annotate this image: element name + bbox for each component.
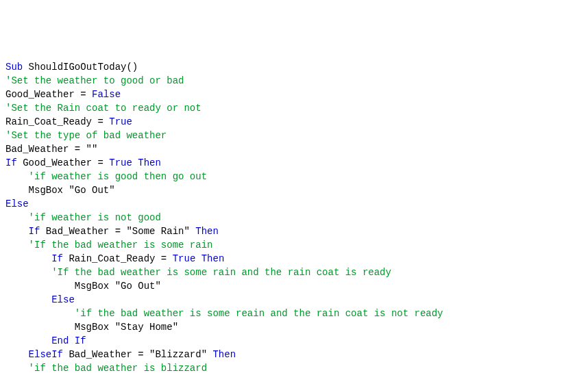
code-token: False — [92, 89, 121, 100]
code-token: Good_Weather = — [17, 157, 109, 168]
code-token: Then — [201, 253, 225, 264]
code-token: Else — [51, 294, 75, 305]
code-line: Bad_Weather = "" — [5, 142, 583, 156]
code-token: Else — [5, 198, 29, 209]
code-token: True — [173, 253, 196, 264]
code-line: 'if the bad weather is blizzard — [5, 361, 583, 373]
code-token — [5, 253, 51, 264]
code-token: If — [75, 335, 86, 346]
code-token: Bad_Weather = "Some Rain" — [40, 226, 195, 237]
code-token: 'if the bad weather is blizzard — [29, 363, 207, 373]
code-token: MsgBox "Go Out" — [5, 185, 115, 196]
code-token: 'if weather is not good — [29, 212, 161, 223]
code-token: 'Set the type of bad weather — [5, 130, 167, 141]
code-line: 'if weather is good then go out — [5, 170, 583, 183]
code-token — [5, 171, 29, 182]
code-token: If — [5, 157, 17, 168]
code-line: 'Set the type of bad weather — [5, 129, 583, 142]
code-token — [132, 157, 138, 168]
code-token: Bad_Weather = "" — [5, 144, 97, 155]
code-token — [5, 308, 75, 319]
code-token — [5, 226, 29, 237]
code-line: Sub ShouldIGoOutToday() — [5, 60, 583, 74]
code-token: Then — [138, 157, 161, 168]
code-line: MsgBox "Stay Home" — [5, 320, 583, 334]
code-token — [5, 349, 29, 360]
code-token: Rain_Coat_Ready = — [5, 116, 109, 127]
code-token: 'if the bad weather is some reain and th… — [75, 308, 443, 319]
code-line: 'Set the weather to good or bad — [5, 74, 583, 88]
code-line: Else — [5, 293, 583, 307]
code-token: Rain_Coat_Ready = — [63, 253, 173, 264]
code-line: 'Set the Rain coat to ready or not — [5, 101, 583, 115]
code-token: 'Set the Rain coat to ready or not — [5, 103, 201, 114]
code-block: Sub ShouldIGoOutToday()'Set the weather … — [5, 60, 583, 373]
code-token: Sub — [5, 62, 23, 73]
code-token: 'Set the weather to good or bad — [5, 75, 184, 86]
code-token: Then — [212, 349, 236, 360]
code-line: 'If the bad weather is some rain — [5, 238, 583, 252]
code-token: 'if weather is good then go out — [29, 171, 207, 182]
code-token: End — [51, 335, 69, 346]
code-token — [5, 335, 51, 346]
code-line: 'If the bad weather is some rain and the… — [5, 266, 583, 279]
code-line: 'if the bad weather is some reain and th… — [5, 307, 583, 320]
code-token — [5, 363, 29, 373]
code-token — [5, 240, 29, 250]
code-token — [5, 294, 51, 305]
code-line: MsgBox "Go Out" — [5, 183, 583, 197]
code-token — [69, 335, 74, 346]
code-line: If Bad_Weather = "Some Rain" Then — [5, 224, 583, 238]
code-line: If Good_Weather = True Then — [5, 156, 583, 170]
code-token — [195, 253, 201, 264]
code-line: ElseIf Bad_Weather = "Blizzard" Then — [5, 348, 583, 361]
code-token: True — [109, 157, 132, 168]
code-line: Good_Weather = False — [5, 88, 583, 101]
code-token: ShouldIGoOutToday() — [23, 62, 138, 73]
code-token — [5, 267, 51, 278]
code-token: Then — [195, 226, 219, 237]
code-token: 'If the bad weather is some rain and the… — [51, 267, 391, 278]
code-line: Rain_Coat_Ready = True — [5, 115, 583, 129]
code-token — [5, 212, 29, 223]
code-token: ElseIf — [29, 349, 63, 360]
code-token: Bad_Weather = "Blizzard" — [63, 349, 212, 360]
code-token: If — [29, 226, 40, 237]
code-line: End If — [5, 334, 583, 348]
code-line: MsgBox "Go Out" — [5, 279, 583, 293]
code-line: Else — [5, 197, 583, 211]
code-token: True — [109, 116, 132, 127]
code-token: 'If the bad weather is some rain — [29, 240, 213, 250]
code-line: If Rain_Coat_Ready = True Then — [5, 252, 583, 266]
code-line: 'if weather is not good — [5, 211, 583, 224]
code-token: If — [51, 253, 63, 264]
code-token: Good_Weather = — [5, 89, 92, 100]
code-token: MsgBox "Stay Home" — [5, 322, 178, 333]
code-token: MsgBox "Go Out" — [5, 281, 161, 292]
